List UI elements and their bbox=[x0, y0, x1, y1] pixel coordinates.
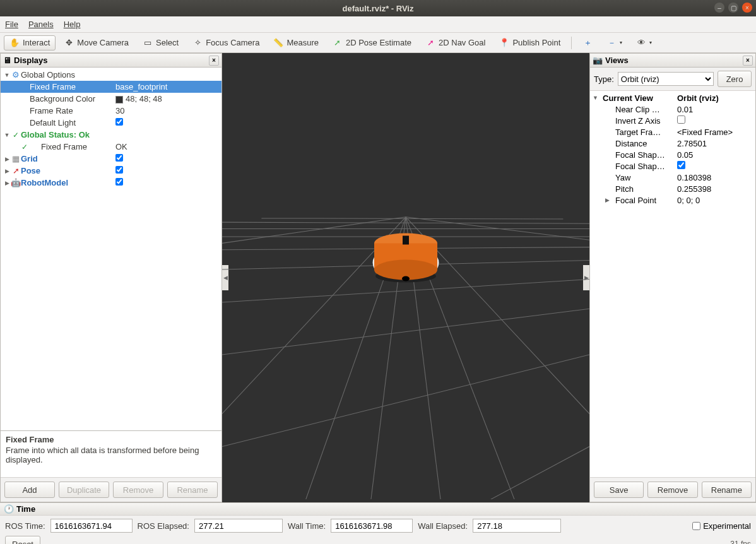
tree-grid[interactable]: ▶▦Grid bbox=[1, 153, 221, 165]
views-panel: 📷 Views × Type: Orbit (rviz) Zero ▼Curre… bbox=[589, 53, 756, 502]
menu-file[interactable]: File bbox=[5, 20, 18, 29]
maximize-button[interactable]: ▢ bbox=[728, 3, 738, 13]
tree-global-status-fixed-frame[interactable]: ✓Fixed FrameOK bbox=[1, 141, 221, 153]
plus-icon: ＋ bbox=[582, 38, 593, 48]
menu-panels[interactable]: Panels bbox=[28, 20, 54, 29]
displays-panel: 🖥 Displays × ▼⚙Global Options Fixed Fram… bbox=[0, 53, 222, 502]
svg-rect-22 bbox=[403, 235, 409, 244]
3d-viewport[interactable]: ◀ ▶ bbox=[222, 53, 589, 502]
close-panel-icon[interactable]: × bbox=[743, 56, 753, 66]
tool-2d-pose-estimate[interactable]: ➚2D Pose Estimate bbox=[327, 35, 417, 50]
experimental-checkbox[interactable] bbox=[692, 522, 700, 530]
remove-view-button[interactable]: Remove bbox=[647, 482, 697, 498]
move-icon: ✥ bbox=[64, 38, 74, 48]
tool-visibility[interactable]: 👁▾ bbox=[630, 35, 658, 50]
tree-pose[interactable]: ▶➚Pose bbox=[1, 165, 221, 177]
clock-icon: 🕐 bbox=[4, 504, 14, 514]
view-properties[interactable]: ▼Current ViewOrbit (rviz) Near Clip …0.0… bbox=[590, 91, 755, 477]
toolbar: ✋Interact ✥Move Camera ▭Select ✧Focus Ca… bbox=[0, 33, 756, 53]
displays-header[interactable]: 🖥 Displays × bbox=[1, 54, 221, 68]
rename-view-button[interactable]: Rename bbox=[702, 482, 752, 498]
pin-icon: 📍 bbox=[499, 38, 509, 48]
svg-line-5 bbox=[222, 355, 589, 446]
minimize-button[interactable]: – bbox=[714, 3, 724, 13]
tool-focus-camera[interactable]: ✧Focus Camera bbox=[187, 35, 265, 50]
prop-focal-shape-size[interactable]: Focal Shap…0.05 bbox=[590, 149, 755, 160]
focal-shape-fixed-checkbox[interactable] bbox=[677, 161, 685, 169]
wall-time-field[interactable]: 1616163671.98 bbox=[331, 519, 413, 533]
tree-frame-rate[interactable]: Frame Rate30 bbox=[1, 105, 221, 117]
grid-icon: ▦ bbox=[11, 154, 21, 163]
prop-pitch[interactable]: Pitch0.255398 bbox=[590, 183, 755, 194]
save-view-button[interactable]: Save bbox=[594, 482, 644, 498]
invert-z-checkbox[interactable] bbox=[677, 115, 685, 124]
views-header[interactable]: 📷 Views × bbox=[590, 54, 755, 68]
close-panel-icon[interactable]: × bbox=[209, 56, 219, 66]
tool-publish-point[interactable]: 📍Publish Point bbox=[493, 35, 566, 50]
tree-robot-model[interactable]: ▶🤖RobotModel bbox=[1, 177, 221, 189]
arrow-green-icon: ➚ bbox=[333, 38, 343, 48]
tree-global-status[interactable]: ▼✓Global Status: Ok bbox=[1, 129, 221, 141]
tool-remove[interactable]: －▾ bbox=[601, 35, 628, 50]
zero-button[interactable]: Zero bbox=[718, 71, 752, 87]
color-swatch bbox=[115, 96, 123, 103]
duplicate-button: Duplicate bbox=[59, 482, 109, 498]
display-description: Fixed Frame Frame into which all data is… bbox=[1, 430, 221, 477]
robot-icon: 🤖 bbox=[11, 178, 21, 187]
ros-elapsed-label: ROS Elapsed: bbox=[138, 521, 189, 531]
prop-yaw[interactable]: Yaw0.180398 bbox=[590, 172, 755, 183]
focus-icon: ✧ bbox=[192, 38, 203, 48]
menu-help[interactable]: Help bbox=[64, 20, 81, 29]
ros-elapsed-field[interactable]: 277.21 bbox=[194, 519, 283, 533]
tree-global-options[interactable]: ▼⚙Global Options bbox=[1, 69, 221, 81]
view-type-select[interactable]: Orbit (rviz) bbox=[618, 72, 714, 86]
fps-indicator: 31 fps bbox=[730, 540, 751, 544]
wall-time-label: Wall Time: bbox=[288, 521, 326, 531]
prop-invert-z[interactable]: Invert Z Axis bbox=[590, 115, 755, 126]
time-panel: 🕐 Time ROS Time: 1616163671.94 ROS Elaps… bbox=[0, 502, 756, 544]
pose-checkbox[interactable] bbox=[115, 166, 123, 174]
prop-focal-shape-fixed[interactable]: Focal Shap… bbox=[590, 160, 755, 172]
tool-move-camera[interactable]: ✥Move Camera bbox=[58, 35, 134, 50]
prop-current-view[interactable]: ▼Current ViewOrbit (rviz) bbox=[590, 92, 755, 103]
ros-time-field[interactable]: 1616163671.94 bbox=[50, 519, 133, 533]
add-button[interactable]: Add bbox=[4, 482, 55, 498]
default-light-checkbox[interactable] bbox=[115, 118, 123, 126]
tree-fixed-frame[interactable]: Fixed Framebase_footprint bbox=[1, 81, 221, 93]
tool-add[interactable]: ＋ bbox=[577, 35, 598, 50]
ruler-icon: 📏 bbox=[273, 38, 283, 48]
gear-icon: ⚙ bbox=[11, 70, 21, 80]
robot-model bbox=[365, 230, 447, 289]
svg-point-23 bbox=[402, 276, 410, 281]
prop-distance[interactable]: Distance2.78501 bbox=[590, 138, 755, 149]
prop-target-frame[interactable]: Target Fra…<Fixed Frame> bbox=[590, 126, 755, 138]
close-button[interactable]: × bbox=[742, 3, 752, 13]
title-bar: default.rviz* - RViz – ▢ × bbox=[0, 0, 756, 16]
wall-elapsed-label: Wall Elapsed: bbox=[418, 521, 468, 531]
time-header[interactable]: 🕐 Time bbox=[0, 503, 756, 516]
arrow-icon: ➚ bbox=[11, 166, 21, 175]
prop-near-clip[interactable]: Near Clip …0.01 bbox=[590, 103, 755, 115]
tool-select[interactable]: ▭Select bbox=[137, 35, 184, 50]
remove-button: Remove bbox=[113, 482, 163, 498]
eye-icon: 👁 bbox=[636, 38, 646, 48]
tool-measure[interactable]: 📏Measure bbox=[268, 35, 324, 50]
svg-line-8 bbox=[222, 222, 589, 223]
displays-tree[interactable]: ▼⚙Global Options Fixed Framebase_footpri… bbox=[1, 68, 221, 430]
experimental-label: Experimental bbox=[703, 521, 751, 531]
svg-line-4 bbox=[222, 309, 589, 355]
tree-background-color[interactable]: Background Color48; 48; 48 bbox=[1, 93, 221, 105]
hand-icon: ✋ bbox=[9, 38, 20, 48]
wall-elapsed-field[interactable]: 277.18 bbox=[473, 519, 561, 533]
robotmodel-checkbox[interactable] bbox=[115, 178, 123, 186]
grid-checkbox[interactable] bbox=[115, 154, 123, 162]
monitor-icon: 🖥 bbox=[3, 56, 11, 65]
minus-icon: － bbox=[606, 38, 617, 48]
tool-2d-nav-goal[interactable]: ➚2D Nav Goal bbox=[420, 35, 491, 50]
tool-interact[interactable]: ✋Interact bbox=[4, 35, 56, 50]
reset-button[interactable]: Reset bbox=[5, 536, 40, 544]
prop-focal-point[interactable]: ▶Focal Point0; 0; 0 bbox=[590, 194, 755, 206]
type-label: Type: bbox=[594, 74, 614, 84]
check-icon: ✓ bbox=[20, 143, 30, 151]
tree-default-light[interactable]: Default Light bbox=[1, 117, 221, 129]
